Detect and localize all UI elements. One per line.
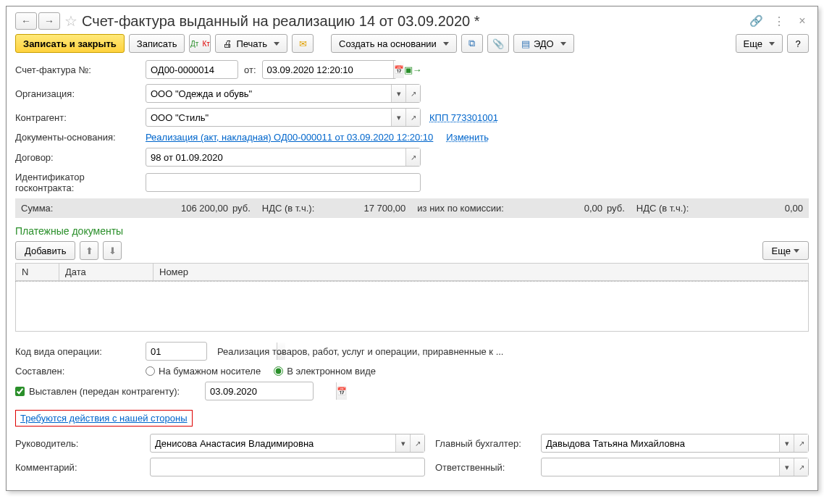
payments-grid-body[interactable]: [15, 281, 809, 332]
org-open-button[interactable]: ↗: [405, 85, 420, 102]
invoice-no-label: Счет-фактура №:: [15, 64, 146, 75]
director-open-button[interactable]: ↗: [410, 434, 424, 452]
mail-icon: ✉: [299, 38, 307, 49]
add-button[interactable]: Добавить: [15, 241, 75, 260]
dtkt-icon: Дт: [190, 40, 198, 48]
accountant-label: Главный бухгалтер:: [435, 438, 537, 449]
kpp-link[interactable]: КПП 773301001: [429, 112, 498, 123]
arrow-up-icon: ⬆: [85, 245, 93, 256]
responsible-dropdown-button[interactable]: ▾: [779, 458, 794, 476]
paper-radio-item[interactable]: На бумажном носителе: [146, 366, 261, 377]
invoice-no-input[interactable]: [146, 61, 277, 78]
opcode-label: Код вида операции:: [15, 346, 146, 357]
accountant-open-button[interactable]: ↗: [794, 434, 808, 452]
director-dropdown-button[interactable]: ▾: [395, 434, 410, 452]
org-label: Организация:: [15, 88, 146, 99]
responsible-label: Ответственный:: [435, 462, 537, 473]
col-number-header[interactable]: Номер: [154, 264, 809, 281]
counterparty-input[interactable]: [146, 109, 391, 126]
summary-bar: Сумма: 106 200,00 руб. НДС (в т.ч.): 17 …: [15, 198, 809, 218]
accountant-input[interactable]: [542, 434, 779, 452]
opcode-desc: Реализация товаров, работ, услуг и опера…: [217, 346, 503, 357]
commission-value: 0,00: [508, 203, 602, 214]
more-grid-button[interactable]: Еще: [762, 241, 809, 260]
dtkt-button[interactable]: ДтКт: [189, 34, 211, 53]
edo-icon: ▤: [521, 38, 530, 49]
attach-button[interactable]: 📎: [487, 34, 509, 53]
structure-icon: ⧉: [468, 38, 475, 49]
composed-label: Составлен:: [15, 366, 146, 377]
rub-label: руб.: [232, 203, 251, 214]
save-button[interactable]: Записать: [129, 34, 185, 53]
datetime-input[interactable]: [263, 61, 393, 78]
electronic-radio[interactable]: [274, 366, 283, 376]
comment-label: Комментарий:: [15, 462, 146, 473]
move-up-button[interactable]: ⬆: [80, 241, 98, 260]
contract-input[interactable]: [146, 148, 405, 166]
move-down-button[interactable]: ⬇: [103, 241, 122, 260]
from-label: от:: [244, 64, 256, 75]
org-input[interactable]: [146, 85, 391, 102]
col-date-header[interactable]: Дата: [59, 264, 154, 281]
favorite-star-icon[interactable]: ☆: [64, 12, 77, 30]
col-n-header[interactable]: N: [16, 264, 59, 281]
clip-icon: 📎: [492, 38, 504, 49]
electronic-radio-label: В электронном виде: [287, 366, 376, 377]
action-required-box: Требуются действия с нашей стороны: [15, 410, 193, 427]
payments-section-title: Платежные документы: [15, 225, 809, 237]
issued-checkbox[interactable]: [15, 387, 25, 396]
issued-checkbox-label[interactable]: Выставлен (передан контрагенту):: [15, 386, 205, 397]
nav-back-button[interactable]: ←: [15, 12, 37, 30]
counterparty-open-button[interactable]: ↗: [405, 109, 420, 126]
paper-radio[interactable]: [146, 366, 155, 376]
mail-button[interactable]: ✉: [292, 34, 314, 53]
save-close-button[interactable]: Записать и закрыть: [15, 34, 125, 53]
create-based-button[interactable]: Создать на основании: [331, 34, 457, 53]
page-title: Счет-фактура выданный на реализацию 14 о…: [82, 13, 749, 30]
structure-button[interactable]: ⧉: [461, 34, 483, 53]
counterparty-label: Контрагент:: [15, 112, 146, 123]
rub-label-2: руб.: [607, 203, 625, 214]
contract-label: Договор:: [15, 152, 146, 163]
accountant-dropdown-button[interactable]: ▾: [779, 434, 794, 452]
close-icon[interactable]: ×: [796, 14, 809, 28]
nav-forward-button[interactable]: →: [38, 12, 60, 30]
issued-date-input[interactable]: [206, 382, 336, 400]
issued-calendar-button[interactable]: 📅: [336, 382, 347, 400]
org-dropdown-button[interactable]: ▾: [391, 85, 405, 102]
govid-label: Идентификатор госконтракта:: [15, 172, 146, 193]
comment-input[interactable]: [151, 458, 424, 476]
sum-label: Сумма:: [21, 203, 79, 214]
responsible-input[interactable]: [542, 458, 779, 476]
calendar-button[interactable]: 📅: [393, 61, 404, 78]
vat-label: НДС (в т.ч.):: [262, 203, 315, 214]
help-button[interactable]: ?: [787, 34, 809, 53]
commission-label: из них по комиссии:: [417, 203, 504, 214]
kebab-menu-icon[interactable]: ⋮: [773, 14, 786, 28]
paper-radio-label: На бумажном носителе: [159, 366, 261, 377]
director-label: Руководитель:: [15, 438, 146, 449]
payments-grid: N Дата Номер: [15, 263, 809, 281]
change-link[interactable]: Изменить: [446, 132, 489, 143]
print-button[interactable]: 🖨 Печать: [215, 34, 287, 53]
calendar-icon: 📅: [394, 65, 404, 75]
issued-label: Выставлен (передан контрагенту):: [29, 386, 180, 397]
sum-value: 106 200,00: [83, 203, 228, 214]
director-input[interactable]: [151, 434, 395, 452]
govid-input[interactable]: [146, 174, 420, 191]
counterparty-dropdown-button[interactable]: ▾: [391, 109, 405, 126]
responsible-open-button[interactable]: ↗: [794, 458, 808, 476]
printer-icon: 🖨: [223, 38, 232, 49]
action-required-link[interactable]: Требуются действия с нашей стороны: [20, 413, 188, 424]
vat2-label: НДС (в т.ч.):: [636, 203, 689, 214]
basis-doc-link[interactable]: Реализация (акт, накладная) ОД00-000011 …: [146, 132, 433, 143]
arrow-down-icon: ⬇: [109, 245, 117, 256]
calendar-icon-2: 📅: [337, 387, 347, 396]
more-button[interactable]: Еще: [736, 34, 783, 53]
contract-open-button[interactable]: ↗: [405, 148, 420, 166]
electronic-radio-item[interactable]: В электронном виде: [274, 366, 376, 377]
flag-icon[interactable]: ▣→: [404, 64, 422, 75]
basis-label: Документы-основания:: [15, 132, 146, 143]
edo-button[interactable]: ▤ ЭДО: [513, 34, 574, 53]
link-icon[interactable]: 🔗: [749, 14, 762, 28]
